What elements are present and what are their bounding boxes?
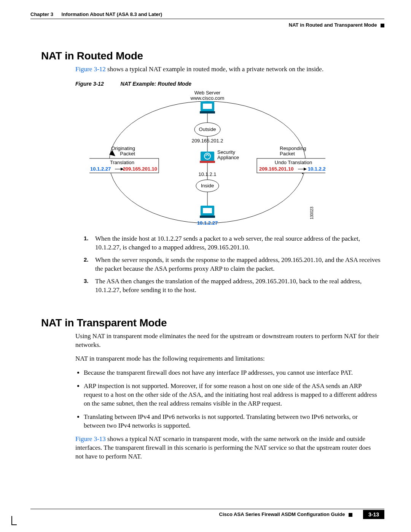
- svg-rect-12: [200, 216, 215, 218]
- transparent-bullets: Because the transparent firewall does no…: [84, 369, 381, 430]
- page-number: 3-13: [363, 510, 384, 519]
- diagram-id: 130023: [310, 206, 314, 219]
- svg-rect-4: [200, 111, 215, 113]
- translation-label: Translation: [110, 160, 134, 165]
- corner-mark-icon: [11, 516, 12, 525]
- page-header: Chapter 3 Information About NAT (ASA 8.3…: [30, 11, 384, 28]
- translation-src: 10.1.2.27: [90, 166, 111, 172]
- outside-ip-label: 209.165.201.2: [191, 138, 223, 144]
- inside-ip-label: 10.1.2.1: [199, 171, 217, 177]
- heading-transparent-mode: NAT in Transparent Mode: [41, 317, 384, 329]
- translation-dst: 209.165.201.10: [123, 166, 157, 172]
- section-title: NAT in Routed and Transparent Mode: [289, 22, 377, 28]
- responding-label-2: Packet: [280, 151, 295, 157]
- transparent-p2: NAT in transparent mode has the followin…: [75, 355, 381, 363]
- originating-label-2: Packet: [120, 151, 135, 157]
- web-server-label: Web Server: [194, 90, 221, 96]
- chapter-title: Information About NAT (ASA 8.3 and Later…: [62, 11, 162, 17]
- outside-label: Outside: [199, 126, 216, 132]
- routed-steps-list: 1.When the inside host at 10.1.2.27 send…: [84, 235, 381, 295]
- undo-src: 209.165.201.10: [259, 166, 293, 172]
- web-server-icon: [200, 101, 215, 113]
- list-item: 3.The ASA then changes the translation o…: [84, 277, 381, 295]
- bottom-host-ip: 10.1.2.27: [197, 220, 218, 226]
- web-server-url: www.cisco.com: [190, 95, 225, 101]
- header-marker-icon: [381, 24, 384, 27]
- transparent-p3: Figure 3-13 shows a typical NAT scenario…: [75, 435, 381, 461]
- footer-marker-icon: [349, 513, 352, 517]
- nat-routed-diagram: Web Server www.cisco.com Outside 209.165…: [89, 89, 325, 230]
- undo-translation-label: Undo Translation: [275, 160, 312, 165]
- chapter-number: Chapter 3: [30, 11, 53, 17]
- transparent-p1: Using NAT in transparent mode eliminates…: [75, 332, 381, 350]
- security-appliance-icon: [200, 152, 215, 163]
- figure-label: Figure 3-12: [75, 81, 104, 87]
- inside-host-icon: [200, 206, 215, 218]
- list-item: Because the transparent firewall does no…: [84, 369, 381, 377]
- figure-caption: Figure 3-12 NAT Example: Routed Mode: [75, 81, 384, 87]
- undo-dst: 10.1.2.27: [308, 166, 325, 172]
- figure-3-12-link[interactable]: Figure 3-12: [75, 66, 106, 73]
- guide-title: Cisco ASA Series Firewall ASDM Configura…: [219, 511, 345, 517]
- heading-routed-mode: NAT in Routed Mode: [41, 50, 384, 62]
- figure-3-13-link[interactable]: Figure 3-13: [75, 435, 106, 443]
- svg-rect-11: [203, 208, 212, 213]
- routed-lead-paragraph: Figure 3-12 shows a typical NAT example …: [75, 65, 384, 74]
- svg-rect-8: [200, 161, 215, 163]
- originating-label-1: Originating: [111, 145, 135, 151]
- inside-label: Inside: [201, 183, 214, 189]
- list-item: ARP inspection is not supported. Moreove…: [84, 382, 381, 408]
- page-footer: Cisco ASA Series Firewall ASDM Configura…: [30, 509, 384, 524]
- figure-title: NAT Example: Routed Mode: [121, 81, 191, 87]
- security-label: Security: [217, 149, 235, 155]
- list-item: 2.When the server responds, it sends the…: [84, 256, 381, 273]
- responding-label-1: Responding: [280, 145, 306, 151]
- appliance-label: Appliance: [217, 155, 239, 160]
- list-item: 1.When the inside host at 10.1.2.27 send…: [84, 235, 381, 252]
- list-item: Translating between IPv4 and IPv6 networ…: [84, 413, 381, 430]
- svg-rect-3: [203, 104, 212, 109]
